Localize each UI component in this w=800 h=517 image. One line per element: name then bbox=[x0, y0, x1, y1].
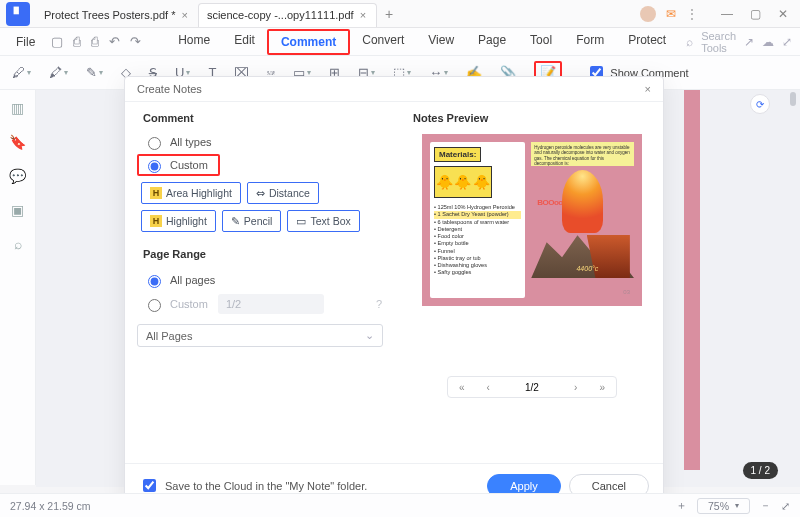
chevron-down-icon: ⌄ bbox=[365, 329, 374, 342]
materials-list: 125ml 10% Hydrogen Peroxide 1 Sachet Dry… bbox=[434, 204, 521, 277]
zoom-level[interactable]: 75%▾ bbox=[697, 498, 750, 514]
scrollbar[interactable] bbox=[790, 92, 796, 472]
notification-icon[interactable]: ✉ bbox=[666, 7, 676, 21]
tab-1[interactable]: science-copy -...opy11111.pdf × bbox=[198, 3, 377, 27]
menu-comment[interactable]: Comment bbox=[267, 29, 350, 55]
tab-0[interactable]: Protect Trees Posters.pdf * × bbox=[36, 3, 198, 27]
share-icon[interactable]: ↗ bbox=[744, 35, 754, 49]
preview-heading: Notes Preview bbox=[413, 112, 651, 124]
pencil-tool[interactable]: ✎▾ bbox=[86, 65, 103, 80]
zoom-in-button[interactable]: － bbox=[760, 499, 771, 513]
chip-text-box[interactable]: ▭Text Box bbox=[287, 210, 359, 232]
tab-label: science-copy -...opy11111.pdf bbox=[207, 9, 354, 21]
thumbnails-icon[interactable]: ▥ bbox=[11, 100, 24, 116]
save-icon[interactable]: ⎙ bbox=[73, 34, 81, 49]
menu-edit[interactable]: Edit bbox=[222, 29, 267, 55]
all-types-radio[interactable]: All types bbox=[137, 132, 388, 152]
comments-icon[interactable]: 💬 bbox=[9, 168, 26, 184]
highlight-tool[interactable]: 🖍▾ bbox=[49, 65, 68, 80]
volcano-illustration: BOOooom 4400°c bbox=[531, 170, 634, 278]
volcano-card: Hydrogen peroxide molecules are very uns… bbox=[531, 142, 634, 298]
cloud-icon[interactable]: ☁ bbox=[762, 35, 774, 49]
open-icon[interactable]: ▢ bbox=[51, 34, 63, 49]
custom-radio[interactable]: Custom bbox=[141, 157, 208, 173]
pager-last[interactable]: » bbox=[599, 382, 605, 393]
dialog-title: Create Notes bbox=[137, 83, 202, 95]
close-icon[interactable]: × bbox=[360, 9, 366, 21]
bookmarks-icon[interactable]: 🔖 bbox=[9, 134, 26, 150]
search-icon[interactable]: ⌕ bbox=[686, 35, 693, 49]
undo-icon[interactable]: ↶ bbox=[109, 34, 120, 49]
zoom-out-button[interactable]: ＋ bbox=[676, 499, 687, 513]
expand-icon[interactable]: ⤢ bbox=[782, 35, 792, 49]
page-range-heading: Page Range bbox=[143, 248, 388, 260]
chip-area-highlight[interactable]: HArea Highlight bbox=[141, 182, 241, 204]
menubar: File ▢ ⎙ ⎙ ↶ ↷ Home Edit Comment Convert… bbox=[0, 28, 800, 56]
titlebar: ▘ Protect Trees Posters.pdf * × science-… bbox=[0, 0, 800, 28]
attachments-icon[interactable]: ▣ bbox=[11, 202, 24, 218]
all-pages-radio[interactable]: All pages bbox=[137, 270, 388, 290]
menu-page[interactable]: Page bbox=[466, 29, 518, 55]
create-notes-dialog: Create Notes × Comment All types Custom … bbox=[124, 76, 664, 508]
pager-prev[interactable]: ‹ bbox=[487, 382, 490, 393]
minimize-button[interactable]: — bbox=[716, 7, 738, 21]
more-icon[interactable]: ⋮ bbox=[686, 7, 698, 21]
menu-convert[interactable]: Convert bbox=[350, 29, 416, 55]
preview-page: Materials: 🐥🐥🐥 125ml 10% Hydrogen Peroxi… bbox=[422, 134, 642, 306]
menu-home[interactable]: Home bbox=[166, 29, 222, 55]
dialog-close-button[interactable]: × bbox=[645, 83, 651, 95]
page-dimensions: 27.94 x 21.59 cm bbox=[10, 500, 91, 512]
tab-label: Protect Trees Posters.pdf * bbox=[44, 9, 175, 21]
help-icon[interactable]: ? bbox=[376, 298, 382, 310]
redo-icon[interactable]: ↷ bbox=[130, 34, 141, 49]
maximize-button[interactable]: ▢ bbox=[744, 7, 766, 21]
left-rail: ▥ 🔖 💬 ▣ ⌕ bbox=[0, 90, 36, 485]
float-action-button[interactable]: ⟳ bbox=[750, 94, 770, 114]
fit-width-icon[interactable]: ⤢ bbox=[781, 500, 790, 512]
note-tool[interactable]: 🖊▾ bbox=[12, 65, 31, 80]
menu-protect[interactable]: Protect bbox=[616, 29, 678, 55]
pager-next[interactable]: › bbox=[574, 382, 577, 393]
custom-range-input[interactable]: 1/2 bbox=[218, 294, 324, 314]
pager-input[interactable] bbox=[512, 381, 552, 394]
close-button[interactable]: ✕ bbox=[772, 7, 794, 21]
page-counter-badge: 1 / 2 bbox=[743, 462, 778, 479]
avatar[interactable] bbox=[640, 6, 656, 22]
print-icon[interactable]: ⎙ bbox=[91, 34, 99, 49]
custom-pages-radio[interactable]: Custom 1/2 ? bbox=[137, 292, 388, 316]
search-panel-icon[interactable]: ⌕ bbox=[14, 236, 22, 252]
new-tab-button[interactable]: + bbox=[377, 6, 401, 22]
file-menu[interactable]: File bbox=[8, 31, 43, 53]
page-edge bbox=[684, 90, 700, 470]
materials-card: Materials: 🐥🐥🐥 125ml 10% Hydrogen Peroxi… bbox=[430, 142, 525, 298]
pager-first[interactable]: « bbox=[459, 382, 465, 393]
search-input[interactable]: Search Tools bbox=[701, 30, 736, 54]
comment-heading: Comment bbox=[143, 112, 388, 124]
page-select[interactable]: All Pages ⌄ bbox=[137, 324, 383, 347]
statusbar: 27.94 x 21.59 cm ＋ 75%▾ － ⤢ bbox=[0, 493, 800, 517]
chip-highlight[interactable]: HHighlight bbox=[141, 210, 216, 232]
app-icon: ▘ bbox=[6, 2, 30, 26]
chip-distance[interactable]: ⇔Distance bbox=[247, 182, 319, 204]
menu-view[interactable]: View bbox=[416, 29, 466, 55]
menu-tool[interactable]: Tool bbox=[518, 29, 564, 55]
chicks-illustration: 🐥🐥🐥 bbox=[434, 166, 492, 198]
menu-form[interactable]: Form bbox=[564, 29, 616, 55]
close-icon[interactable]: × bbox=[181, 9, 187, 21]
chip-pencil[interactable]: ✎Pencil bbox=[222, 210, 282, 232]
preview-pager: « ‹ › » bbox=[447, 376, 617, 398]
